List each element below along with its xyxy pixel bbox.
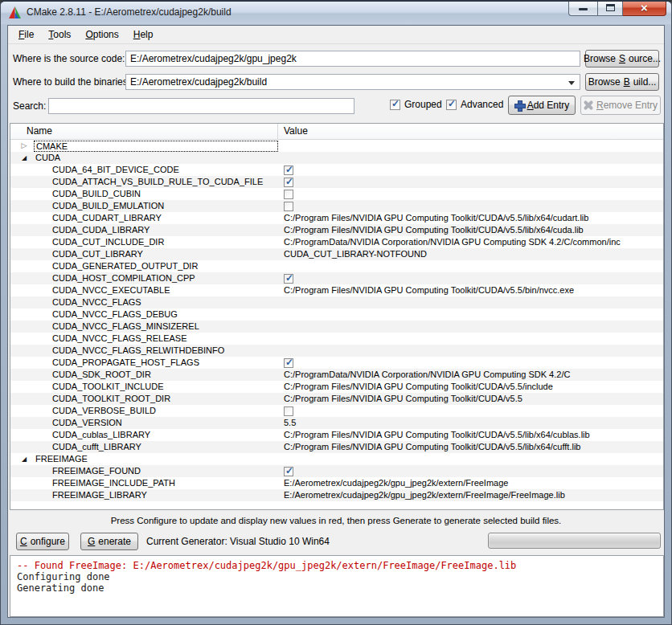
cache-entry-row[interactable]: CUDA_VERSION5.5 — [10, 417, 663, 429]
value-checkbox[interactable] — [284, 467, 293, 476]
search-input[interactable] — [48, 98, 354, 114]
output-log[interactable]: -- Found FreeImage: E:/Aerometrex/cudajp… — [10, 555, 664, 617]
entry-value[interactable] — [278, 465, 663, 477]
entry-value[interactable]: E:/Aerometrex/cudajpeg2k/gpu_jpeg2k/exte… — [278, 489, 663, 501]
build-path-combobox[interactable]: E:/Aerometrex/cudajpeg2k/build — [125, 74, 580, 90]
value-checkbox[interactable] — [284, 178, 293, 187]
generate-button[interactable]: Generate — [80, 533, 138, 550]
cache-entry-row[interactable]: CUDA_BUILD_CUBIN — [10, 188, 663, 200]
cache-entry-row[interactable]: CUDA_NVCC_EXECUTABLEC:/Program Files/NVI… — [10, 284, 663, 296]
entry-value[interactable]: C:/ProgramData/NVIDIA Corporation/NVIDIA… — [278, 236, 663, 248]
entry-value[interactable] — [278, 333, 663, 345]
entry-value[interactable]: C:/Program Files/NVIDIA GPU Computing To… — [278, 224, 663, 236]
browse-source-button[interactable]: Browse Source... — [585, 50, 659, 67]
menu-help[interactable]: Help — [126, 27, 161, 43]
menu-file[interactable]: File — [11, 27, 41, 43]
expander-icon[interactable]: ◢ — [20, 453, 28, 465]
entry-name: CUDA_ATTACH_VS_BUILD_RULE_TO_CUDA_FILE — [10, 176, 278, 188]
value-checkbox[interactable] — [284, 274, 293, 284]
title-bar[interactable]: CMake 2.8.11 - E:/Aerometrex/cudajpeg2k/… — [1, 2, 671, 24]
menu-options[interactable]: Options — [78, 27, 125, 43]
cache-entry-row[interactable]: CUDA_NVCC_FLAGS_RELEASE — [10, 333, 663, 345]
cache-entry-row[interactable]: CUDA_NVCC_FLAGS_RELWITHDEBINFO — [10, 345, 663, 357]
cache-entry-row[interactable]: FREEIMAGE_FOUND — [10, 465, 663, 477]
column-header-value[interactable]: Value — [278, 124, 663, 139]
remove-entry-button[interactable]: Remove Entry — [580, 96, 661, 115]
entry-value[interactable]: C:/Program Files/NVIDIA GPU Computing To… — [278, 393, 663, 405]
table-header: Name Value — [10, 124, 663, 140]
entry-value[interactable] — [278, 272, 663, 284]
entry-value[interactable] — [278, 345, 663, 357]
cache-rows: ▷CMAKE◢CUDACUDA_64_BIT_DEVICE_CODECUDA_A… — [10, 140, 663, 501]
cache-entry-row[interactable]: CUDA_GENERATED_OUTPUT_DIR — [10, 260, 663, 272]
cache-entry-row[interactable]: CUDA_NVCC_FLAGS_DEBUG — [10, 308, 663, 321]
cache-entry-row[interactable]: CUDA_NVCC_FLAGS_MINSIZEREL — [10, 321, 663, 333]
cache-entry-row[interactable]: CUDA_cublas_LIBRARYC:/Program Files/NVID… — [10, 429, 663, 441]
cache-entry-row[interactable]: CUDA_BUILD_EMULATION — [10, 200, 663, 212]
entry-value[interactable]: C:/Program Files/NVIDIA GPU Computing To… — [278, 441, 663, 453]
value-checkbox[interactable] — [284, 190, 293, 199]
cmake-logo-icon — [8, 6, 22, 19]
entry-value[interactable] — [278, 296, 663, 308]
advanced-checkbox[interactable] — [446, 100, 457, 110]
entry-value[interactable] — [278, 405, 663, 417]
minimize-button[interactable] — [568, 0, 597, 16]
group-name: FREEIMAGE — [34, 453, 278, 465]
cache-entry-row[interactable]: CUDA_PROPAGATE_HOST_FLAGS — [10, 357, 663, 369]
cache-group-row[interactable]: ◢FREEIMAGE — [10, 453, 663, 465]
entry-value[interactable] — [278, 188, 663, 200]
add-entry-button[interactable]: Add Entry — [508, 96, 576, 115]
cache-entry-row[interactable]: CUDA_HOST_COMPILATION_CPP — [10, 272, 663, 284]
cache-entry-row[interactable]: CUDA_CUT_LIBRARYCUDA_CUT_LIBRARY-NOTFOUN… — [10, 248, 663, 260]
entry-value[interactable] — [278, 200, 663, 212]
entry-value[interactable] — [278, 321, 663, 333]
cache-entry-row[interactable]: CUDA_NVCC_FLAGS — [10, 296, 663, 308]
entry-value[interactable]: C:/Program Files/NVIDIA GPU Computing To… — [278, 429, 663, 441]
configure-button[interactable]: Configure — [16, 533, 69, 550]
cache-group-row[interactable]: ◢CUDA — [10, 152, 663, 164]
browse-build-button[interactable]: Browse Build... — [585, 73, 659, 91]
value-checkbox[interactable] — [284, 165, 293, 175]
cache-entry-row[interactable]: CUDA_cufft_LIBRARYC:/Program Files/NVIDI… — [10, 441, 663, 453]
entry-name: CUDA_CUT_LIBRARY — [10, 248, 278, 260]
cache-entry-row[interactable]: CUDA_CUDART_LIBRARYC:/Program Files/NVID… — [10, 212, 663, 224]
cache-entry-row[interactable]: CUDA_SDK_ROOT_DIRC:/ProgramData/NVIDIA C… — [10, 369, 663, 381]
entry-value[interactable]: C:/Program Files/NVIDIA GPU Computing To… — [278, 284, 663, 296]
cache-entry-row[interactable]: CUDA_CUDA_LIBRARYC:/Program Files/NVIDIA… — [10, 224, 663, 236]
value-checkbox[interactable] — [284, 358, 293, 368]
entry-value[interactable] — [278, 260, 663, 272]
cache-entry-row[interactable]: CUDA_TOOLKIT_INCLUDEC:/Program Files/NVI… — [10, 381, 663, 393]
cache-group-row[interactable]: ▷CMAKE — [10, 140, 663, 152]
cache-entry-row[interactable]: CUDA_64_BIT_DEVICE_CODE — [10, 164, 663, 176]
column-header-name[interactable]: Name — [10, 124, 278, 139]
cache-entry-row[interactable]: CUDA_CUT_INCLUDE_DIRC:/ProgramData/NVIDI… — [10, 236, 663, 248]
menu-tools[interactable]: Tools — [41, 27, 78, 43]
entry-value[interactable] — [278, 308, 663, 321]
grouped-checkbox-row: Grouped — [390, 99, 442, 110]
cache-entry-row[interactable]: CUDA_VERBOSE_BUILD — [10, 405, 663, 417]
entry-value[interactable] — [278, 176, 663, 188]
chevron-down-icon — [568, 81, 575, 85]
entry-value[interactable]: E:/Aerometrex/cudajpeg2k/gpu_jpeg2k/exte… — [278, 477, 663, 489]
entry-value[interactable]: C:/Program Files/NVIDIA GPU Computing To… — [278, 381, 663, 393]
value-checkbox[interactable] — [284, 406, 293, 416]
grouped-checkbox[interactable] — [390, 100, 400, 110]
cache-entry-row[interactable]: FREEIMAGE_INCLUDE_PATHE:/Aerometrex/cuda… — [10, 477, 663, 489]
cache-entry-row[interactable]: CUDA_ATTACH_VS_BUILD_RULE_TO_CUDA_FILE — [10, 176, 663, 188]
expander-icon[interactable]: ▷ — [20, 140, 28, 152]
maximize-button[interactable] — [597, 0, 623, 16]
expander-icon[interactable]: ◢ — [20, 152, 28, 164]
entry-value[interactable]: 5.5 — [278, 417, 663, 429]
cache-entry-row[interactable]: CUDA_TOOLKIT_ROOT_DIRC:/Program Files/NV… — [10, 393, 663, 405]
entry-value[interactable]: C:/Program Files/NVIDIA GPU Computing To… — [278, 212, 663, 224]
entry-value[interactable] — [278, 357, 663, 369]
entry-value[interactable] — [278, 164, 663, 176]
cache-entry-row[interactable]: FREEIMAGE_LIBRARYE:/Aerometrex/cudajpeg2… — [10, 489, 663, 501]
value-checkbox[interactable] — [284, 202, 293, 211]
entry-name: CUDA_PROPAGATE_HOST_FLAGS — [10, 357, 278, 369]
close-button[interactable]: × — [623, 0, 666, 16]
entry-value[interactable]: CUDA_CUT_LIBRARY-NOTFOUND — [278, 248, 663, 260]
x-icon — [584, 100, 593, 110]
entry-value[interactable]: C:/ProgramData/NVIDIA Corporation/NVIDIA… — [278, 369, 663, 381]
source-code-input[interactable] — [125, 51, 580, 67]
